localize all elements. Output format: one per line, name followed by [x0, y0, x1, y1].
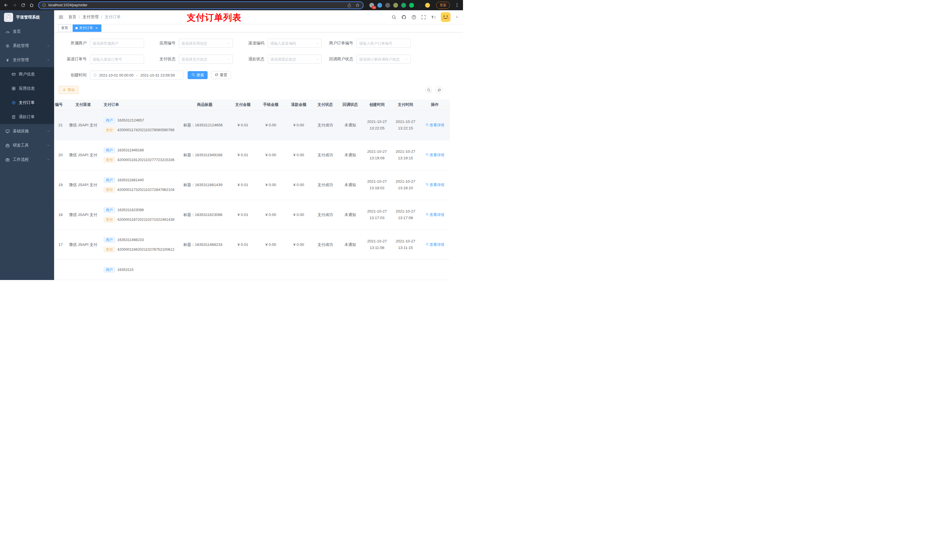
- sidebar-item-infra[interactable]: 基础设施: [0, 124, 54, 138]
- cell-fee: ¥ 0.00: [257, 229, 285, 260]
- extension-8-icon[interactable]: [425, 3, 430, 8]
- view-detail-link[interactable]: 查看详情: [425, 212, 445, 217]
- tab-label: 支付订单: [79, 26, 93, 30]
- filter-select-6[interactable]: [268, 54, 322, 64]
- filter-input-3[interactable]: [357, 39, 411, 48]
- avatar[interactable]: [441, 12, 451, 22]
- sidebar-item-home[interactable]: 首页: [0, 24, 54, 39]
- view-detail-link[interactable]: 查看详情: [425, 183, 445, 187]
- reload-button[interactable]: [20, 2, 27, 9]
- extension-3-icon[interactable]: [385, 3, 390, 8]
- filter-input-field[interactable]: [92, 41, 142, 45]
- cell-id: 21: [54, 110, 65, 140]
- home-button[interactable]: [28, 2, 35, 9]
- close-icon[interactable]: ×: [95, 26, 98, 30]
- sidebar-item-merchant-info[interactable]: 商户信息: [0, 67, 54, 82]
- sidebar-item-pay[interactable]: ¥支付管理: [0, 53, 54, 67]
- filter-input-field[interactable]: [92, 57, 142, 62]
- sidebar-item-workflow[interactable]: 工作流程: [0, 152, 54, 167]
- filter-input-field[interactable]: [270, 57, 319, 62]
- forward-button[interactable]: [11, 2, 18, 9]
- filter-input-field[interactable]: [270, 41, 319, 45]
- share-icon[interactable]: [347, 3, 351, 8]
- reset-button[interactable]: 重置: [211, 71, 231, 79]
- search-icon[interactable]: [392, 15, 396, 20]
- cell-paid: [391, 260, 420, 280]
- extension-2-icon[interactable]: [377, 3, 382, 8]
- tab-1[interactable]: 支付订单×: [73, 24, 101, 32]
- filter-input-field[interactable]: [359, 57, 408, 62]
- help-icon[interactable]: [412, 15, 416, 20]
- chevron-up-icon: [47, 58, 50, 62]
- cell-created: [363, 260, 391, 280]
- filter-select-5[interactable]: [179, 54, 233, 64]
- chevron-down-icon: [405, 57, 408, 61]
- orders-table-container: 编号支付渠道支付订单商品标题支付金额手续金额退款金额支付状态回调状态创建时间支付…: [54, 100, 463, 280]
- filter-select-7[interactable]: [357, 54, 411, 64]
- paid-value: 13:22:15: [394, 125, 417, 131]
- filter-input-4[interactable]: [90, 54, 144, 64]
- site-info-icon[interactable]: [42, 3, 46, 7]
- fullscreen-icon[interactable]: [421, 15, 426, 20]
- filter-input-field[interactable]: [359, 41, 408, 45]
- filter-label: 创建时间: [59, 72, 90, 78]
- column-header-paid: 支付时间: [391, 100, 420, 110]
- merchant-tag: 商户: [104, 237, 115, 243]
- export-button[interactable]: 导出: [59, 86, 79, 94]
- table-search-toggle-button[interactable]: [425, 86, 432, 93]
- filter-input-field[interactable]: [182, 57, 230, 62]
- cell-amount: ¥ 0.01: [229, 110, 257, 140]
- cell-action: 查看详情: [420, 200, 450, 229]
- sidebar-item-system[interactable]: 系统管理: [0, 39, 54, 53]
- address-bar[interactable]: localhost:1024/pay/order: [38, 2, 364, 9]
- tab-0[interactable]: 首页: [58, 24, 71, 32]
- bookmark-star-icon[interactable]: [356, 3, 360, 8]
- pay-order-line: 支付4200001181202110277723215336: [104, 157, 178, 163]
- back-button[interactable]: [2, 2, 10, 9]
- sidebar-item-app-info[interactable]: 应用信息: [0, 82, 54, 96]
- cell-fee: ¥ 0.00: [257, 110, 285, 140]
- breadcrumb-separator: /: [101, 15, 102, 20]
- cell-created: 2021-10-2713:17:03: [363, 200, 391, 229]
- search-button[interactable]: 搜索: [188, 71, 207, 79]
- view-detail-link[interactable]: 查看详情: [425, 123, 445, 128]
- sidebar-item-devtool[interactable]: 研发工具: [0, 138, 54, 152]
- view-detail-link[interactable]: 查看详情: [425, 152, 445, 158]
- extension-1-icon[interactable]: 10: [369, 3, 374, 8]
- merchant-tag: 商户: [104, 147, 115, 153]
- chevron-down-icon[interactable]: [455, 15, 459, 19]
- pay-tag: 支付: [104, 217, 115, 222]
- extension-6-icon[interactable]: [409, 3, 414, 8]
- filter-select-1[interactable]: [179, 39, 233, 48]
- table-refresh-button[interactable]: [436, 86, 442, 93]
- submenu-pay: 商户信息应用信息支付订单退款订单: [0, 67, 54, 124]
- breadcrumb-item[interactable]: 支付管理: [83, 15, 98, 20]
- update-button[interactable]: 更新: [436, 2, 450, 9]
- extension-7-icon[interactable]: [417, 3, 422, 8]
- create-time-range-picker[interactable]: 2021-10-01 00:00:00 - 2021-10-31 23:59:5…: [90, 71, 183, 80]
- pay-order-no: 4200001174202110278060590766: [117, 128, 174, 132]
- cell-channel: 微信 JSAPI 支付: [65, 140, 101, 170]
- extension-4-icon[interactable]: [393, 3, 398, 8]
- filter-input-0[interactable]: [90, 39, 144, 48]
- view-detail-link[interactable]: 查看详情: [425, 242, 445, 247]
- paid-value: 2021-10-27: [394, 119, 417, 125]
- chrome-menu-button[interactable]: [453, 2, 461, 9]
- grid-icon: [12, 86, 16, 91]
- filter-input-field[interactable]: [182, 41, 230, 45]
- created-value: 2021-10-27: [366, 178, 388, 185]
- breadcrumb-item[interactable]: 首页: [68, 15, 76, 20]
- sidebar-item-refund-order[interactable]: 退款订单: [0, 110, 54, 124]
- font-size-icon[interactable]: TT: [431, 15, 436, 20]
- cell-title: 标题：1635311823086: [180, 200, 229, 229]
- app-logo[interactable]: 芋道管理系统: [0, 10, 54, 24]
- sidebar-item-pay-order[interactable]: 支付订单: [0, 96, 54, 110]
- extension-5-icon[interactable]: [401, 3, 406, 8]
- filter-select-2[interactable]: [268, 39, 322, 48]
- paid-value: 13:18:10: [394, 185, 417, 191]
- github-icon[interactable]: [401, 15, 407, 20]
- cell-title: [180, 260, 229, 280]
- hamburger-icon[interactable]: [58, 15, 64, 20]
- filter-field-7: 回调商户状态: [325, 54, 414, 64]
- cell-order: 商户1635311823086支付42000011672021102710224…: [101, 200, 180, 229]
